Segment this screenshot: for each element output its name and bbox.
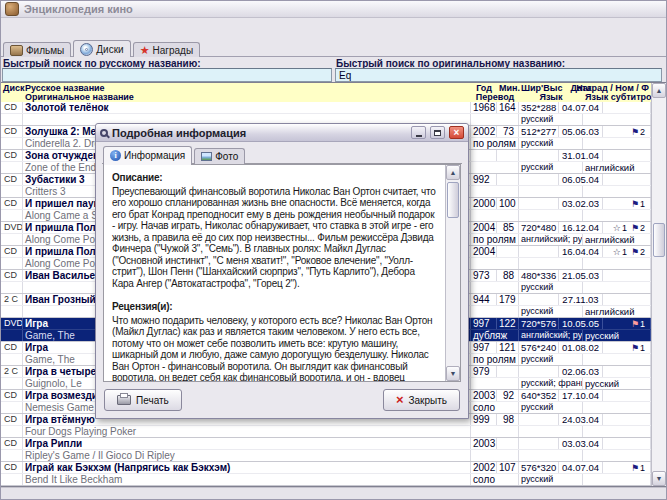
translation-cell: по ролям <box>471 138 519 149</box>
language-cell: английский; русс <box>519 330 583 341</box>
header-subtitles: Язык субтитров <box>583 93 651 102</box>
dialog-tab-info-label: Информация <box>124 150 185 161</box>
maximize-button[interactable] <box>430 126 445 139</box>
dialog-tab-info[interactable]: Информация <box>103 146 192 164</box>
table-header: Диск Русское название Год Мин. Шир'Выс Д… <box>1 83 651 103</box>
tab-discs[interactable]: Диски <box>73 40 130 57</box>
awards-cell <box>603 294 651 305</box>
award-count: 1 <box>640 343 645 353</box>
scroll-down-icon[interactable]: ▼ <box>652 471 666 486</box>
tab-films[interactable]: Фильмы <box>3 42 71 57</box>
translation-cell <box>471 426 519 437</box>
year-cell: 999 <box>471 414 497 425</box>
date-cell: 03.02.03 <box>559 198 603 209</box>
original-search-input[interactable] <box>335 68 662 82</box>
disc-cell: CD <box>1 174 23 185</box>
close-button-label: Закрыть <box>408 395 447 406</box>
header-language: Язык <box>519 93 583 102</box>
close-button[interactable]: × <box>449 126 464 139</box>
subtitles-cell <box>583 402 651 413</box>
resolution-cell <box>519 150 559 161</box>
disc-cell <box>1 114 23 125</box>
date-cell: 10.05.05 <box>559 318 603 329</box>
translation-cell <box>471 210 519 221</box>
dialog-tab-photo[interactable]: Фото <box>194 148 245 164</box>
language-cell <box>519 186 583 197</box>
award-count: 1 <box>640 199 645 209</box>
disc-cell: DVD <box>1 318 23 329</box>
tab-awards-label: Награды <box>153 45 194 56</box>
award-count: 2 <box>640 127 645 137</box>
year-cell <box>471 150 497 161</box>
dialog-scroll-down-icon[interactable]: ▼ <box>446 366 460 381</box>
year-cell: 2002 <box>471 126 497 137</box>
minutes-cell: 98 <box>497 414 519 425</box>
minutes-cell: 107 <box>497 462 519 473</box>
language-cell <box>519 210 583 221</box>
minutes-cell: 100 <box>497 198 519 209</box>
year-cell: 973 <box>471 270 497 281</box>
year-cell: 997 <box>471 318 497 329</box>
scroll-up-icon[interactable]: ▲ <box>652 83 666 98</box>
award-flag-icon: ⚑ <box>631 343 639 353</box>
disc-cell <box>1 402 23 413</box>
minimize-button[interactable] <box>411 126 426 139</box>
detail-dialog: Подробная информация × Информация Фото О… <box>95 123 469 419</box>
disc-cell: CD <box>1 342 23 353</box>
resolution-cell <box>519 438 559 449</box>
subtitles-cell <box>583 474 651 485</box>
dialog-scrollbar[interactable]: ▲ ▼ <box>445 165 460 381</box>
translation-cell: по ролям <box>471 234 519 245</box>
subtitles-cell <box>583 354 651 365</box>
dialog-close-button[interactable]: × Закрыть <box>383 389 460 411</box>
table-row[interactable]: CDИграй как Бэкхэм (Напрягись как Бэкхэм… <box>1 462 651 486</box>
table-scrollbar[interactable]: ▲ ▼ <box>651 83 666 486</box>
date-cell: 27.11.03 <box>559 294 603 305</box>
disc-cell <box>1 282 23 293</box>
disc-cell <box>1 330 23 341</box>
resolution-cell <box>519 414 559 425</box>
date-cell: 17.10.04 <box>559 390 603 401</box>
disc-cell <box>1 234 23 245</box>
scroll-thumb[interactable] <box>653 223 665 257</box>
disc-cell <box>1 306 23 317</box>
window-title: Энциклопедия кино <box>24 3 133 15</box>
dialog-scroll-thumb[interactable] <box>447 182 459 218</box>
subtitles-cell: русский <box>583 330 651 341</box>
date-cell: 02.06.03 <box>559 366 603 377</box>
dialog-tabbar: Информация Фото <box>103 146 245 164</box>
year-cell: 2002 <box>471 462 497 473</box>
dialog-scroll-up-icon[interactable]: ▲ <box>446 165 460 180</box>
awards-cell <box>603 414 651 425</box>
print-button[interactable]: Печать <box>104 389 182 411</box>
subtitles-cell <box>583 258 651 269</box>
awards-cell <box>603 150 651 161</box>
magnifier-icon <box>100 129 108 137</box>
tab-awards[interactable]: ★ Награды <box>133 42 200 57</box>
awards-cell <box>603 438 651 449</box>
awards-cell <box>603 270 651 281</box>
language-cell: английский; русс <box>519 234 583 245</box>
date-cell: 03.03.04 <box>559 438 603 449</box>
minutes-cell: 88 <box>497 270 519 281</box>
russian-search-input[interactable] <box>2 68 332 82</box>
translation-cell: соло <box>471 474 519 485</box>
award-count: 1 <box>622 247 627 257</box>
disc-cell <box>1 162 23 173</box>
year-cell: 992 <box>471 174 497 185</box>
disc-cell: 2 C <box>1 366 23 377</box>
date-cell: 04.07.04 <box>559 462 603 473</box>
award-count: 1 <box>640 463 645 473</box>
year-cell: 2004 <box>471 246 497 257</box>
subtitles-cell: русский <box>583 378 651 389</box>
dialog-titlebar[interactable]: Подробная информация × <box>96 124 468 142</box>
resolution-cell: 640*352 <box>519 390 559 401</box>
awards-cell <box>603 366 651 377</box>
date-cell: 31.01.04 <box>559 150 603 161</box>
language-cell: русский <box>519 114 583 125</box>
translation-cell: соло <box>471 402 519 413</box>
translation-cell <box>471 186 519 197</box>
year-cell: 2003 <box>471 390 497 401</box>
table-row[interactable]: CDИгра Рипли200303.03.04Ripley's Game / … <box>1 438 651 462</box>
original-title-cell: Ripley's Game / Il Gioco Di Ripley <box>23 450 471 461</box>
